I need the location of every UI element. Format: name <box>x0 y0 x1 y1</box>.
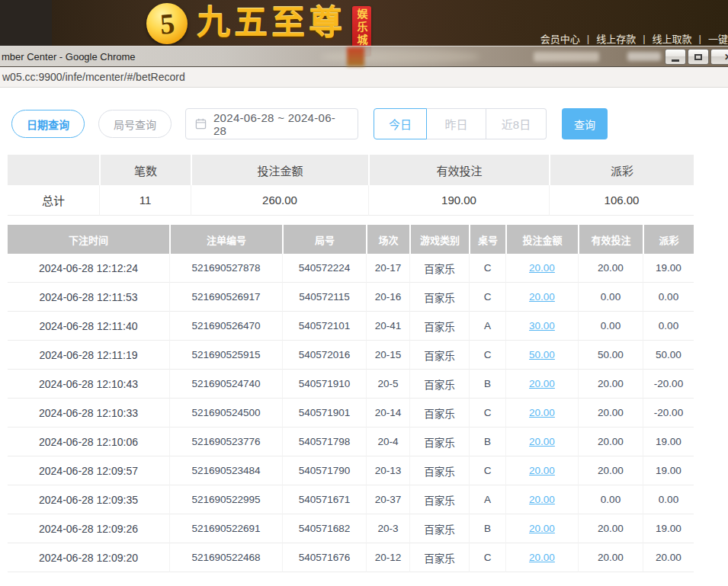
cell-valid-bet: 0.00 <box>578 283 643 312</box>
cell-game-type: 百家乐 <box>409 514 469 543</box>
maximize-icon <box>694 54 702 60</box>
cell-bet-amount: 20.00 <box>505 514 578 543</box>
bet-amount-link[interactable]: 20.00 <box>529 465 555 476</box>
cell-bet-amount: 20.00 <box>505 283 578 312</box>
bet-table-body: 2024-06-28 12:12:24 521690527878 5405722… <box>8 254 694 572</box>
bet-amount-link[interactable]: 20.00 <box>529 436 555 447</box>
summary-payout-value: 106.00 <box>549 185 694 216</box>
summary-table: 笔数 投注金额 有效投注 派彩 总计 11 260.00 190.00 106.… <box>8 155 694 216</box>
cell-bet-id: 521690526917 <box>169 283 282 312</box>
window-title: mber Center - Google Chrome <box>2 51 136 62</box>
cell-bet-amount: 20.00 <box>505 456 578 485</box>
table-row: 2024-06-28 12:11:40 521690526470 5405721… <box>8 312 694 341</box>
cell-payout: 0.00 <box>643 312 694 341</box>
cell-bet-id: 521690526470 <box>169 312 282 341</box>
address-bar[interactable]: w05.cc:9900/infe/mcenter/#/betRecord <box>0 67 728 88</box>
table-row: 2024-06-28 12:11:19 521690525915 5405720… <box>8 341 694 370</box>
summary-bet-amount-value: 260.00 <box>191 185 368 216</box>
summary-header-count: 笔数 <box>99 155 191 185</box>
nav-online-deposit[interactable]: 线上存款 <box>596 31 636 46</box>
bet-amount-link[interactable]: 20.00 <box>529 523 555 534</box>
cell-table-no: A <box>469 312 505 341</box>
cell-bet-id: 521690525915 <box>169 341 282 370</box>
cell-round-id: 540571910 <box>282 370 366 399</box>
redacted-user-text <box>627 52 661 61</box>
bet-record-table: 下注时间 注单编号 局号 场次 游戏类别 桌号 投注金额 有效投注 派彩 202… <box>8 225 694 572</box>
cell-table-no: C <box>469 283 505 312</box>
cell-session: 20-37 <box>366 485 409 514</box>
table-row: 2024-06-28 12:10:43 521690524740 5405719… <box>8 370 694 399</box>
cell-bet-time: 2024-06-28 12:11:53 <box>8 283 169 312</box>
cell-bet-time: 2024-06-28 12:12:24 <box>8 254 169 283</box>
window-titlebar: mber Center - Google Chrome ✕ <box>0 46 728 67</box>
bet-amount-link[interactable]: 20.00 <box>529 378 555 389</box>
cell-bet-time: 2024-06-28 12:09:57 <box>8 456 169 485</box>
bet-amount-link[interactable]: 30.00 <box>529 320 555 331</box>
minimize-button[interactable] <box>665 49 686 65</box>
brand-name: 九五至尊 <box>197 2 346 46</box>
cell-game-type: 百家乐 <box>409 254 469 283</box>
cell-table-no: B <box>469 514 505 543</box>
cell-valid-bet: 20.00 <box>578 254 643 283</box>
brand-logo-glyph: 5 <box>159 8 175 38</box>
nav-online-withdraw[interactable]: 线上取款 <box>653 31 692 46</box>
summary-header-payout: 派彩 <box>549 155 694 185</box>
col-header-bet-time: 下注时间 <box>8 225 169 254</box>
cell-bet-amount: 20.00 <box>505 485 578 514</box>
cell-bet-amount: 20.00 <box>505 254 578 283</box>
cell-bet-amount: 20.00 <box>505 399 578 427</box>
col-header-table-no: 桌号 <box>469 225 505 254</box>
nav-member-center[interactable]: 会员中心 <box>540 31 580 46</box>
cell-bet-time: 2024-06-28 12:09:35 <box>8 485 169 514</box>
search-button[interactable]: 查询 <box>562 108 608 139</box>
bet-amount-link[interactable]: 20.00 <box>529 262 555 274</box>
close-button[interactable]: ✕ <box>710 49 728 65</box>
quick-yesterday-button[interactable]: 昨日 <box>427 108 486 139</box>
tab-date-query[interactable]: 日期查询 <box>11 110 85 138</box>
cell-bet-id: 521690523776 <box>169 427 282 456</box>
cell-bet-id: 521690524740 <box>169 370 282 399</box>
cell-bet-id: 521690522468 <box>169 543 282 572</box>
cell-bet-time: 2024-06-28 12:11:19 <box>8 341 169 370</box>
cell-bet-id: 521690524500 <box>169 399 282 427</box>
cell-table-no: B <box>469 427 505 456</box>
bet-amount-link[interactable]: 20.00 <box>529 407 555 418</box>
summary-header-valid-bet: 有效投注 <box>368 155 549 185</box>
cell-payout: 20.00 <box>643 543 694 572</box>
tab-round-query[interactable]: 局号查询 <box>98 110 172 138</box>
cell-bet-time: 2024-06-28 12:10:06 <box>8 427 169 456</box>
glass-decoration <box>320 50 480 64</box>
quick-8days-button[interactable]: 近8日 <box>486 108 547 139</box>
calendar-icon <box>195 118 207 130</box>
cell-game-type: 百家乐 <box>409 485 469 514</box>
nav-one-click[interactable]: 一键归 <box>708 31 728 46</box>
bet-record-page: 日期查询 局号查询 2024-06-28 ~ 2024-06-28 今日 昨日 … <box>0 88 728 586</box>
bet-amount-link[interactable]: 50.00 <box>529 349 555 360</box>
bet-amount-link[interactable]: 20.00 <box>529 552 555 563</box>
table-row: 2024-06-28 12:11:53 521690526917 5405721… <box>8 283 694 312</box>
cell-valid-bet: 0.00 <box>578 485 643 514</box>
cell-payout: 0.00 <box>643 485 694 514</box>
address-url: w05.cc:9900/infe/mcenter/#/betRecord <box>2 71 185 83</box>
maximize-button[interactable] <box>688 49 709 65</box>
col-header-session: 场次 <box>366 225 409 254</box>
col-header-game-type: 游戏类别 <box>409 225 469 254</box>
summary-count-value: 11 <box>99 185 191 216</box>
bet-amount-link[interactable]: 20.00 <box>529 291 555 303</box>
cell-payout: -20.00 <box>643 370 694 399</box>
cell-session: 20-12 <box>366 543 409 572</box>
summary-header-blank <box>8 155 99 185</box>
quick-today-button[interactable]: 今日 <box>374 108 427 139</box>
table-row: 2024-06-28 12:09:26 521690522691 5405716… <box>8 514 694 543</box>
date-range-picker[interactable]: 2024-06-28 ~ 2024-06-28 <box>185 108 358 139</box>
cell-round-id: 540572016 <box>282 341 366 370</box>
brand-badge-through-glass <box>347 47 364 66</box>
cell-bet-id: 521690522995 <box>169 485 282 514</box>
cell-game-type: 百家乐 <box>409 399 469 427</box>
bet-amount-link[interactable]: 20.00 <box>529 494 555 505</box>
cell-round-id: 540572115 <box>282 283 366 312</box>
nav-separator: | <box>699 33 701 44</box>
table-row: 2024-06-28 12:12:24 521690527878 5405722… <box>8 254 694 283</box>
cell-session: 20-17 <box>366 254 409 283</box>
cell-payout: 0.00 <box>643 283 694 312</box>
